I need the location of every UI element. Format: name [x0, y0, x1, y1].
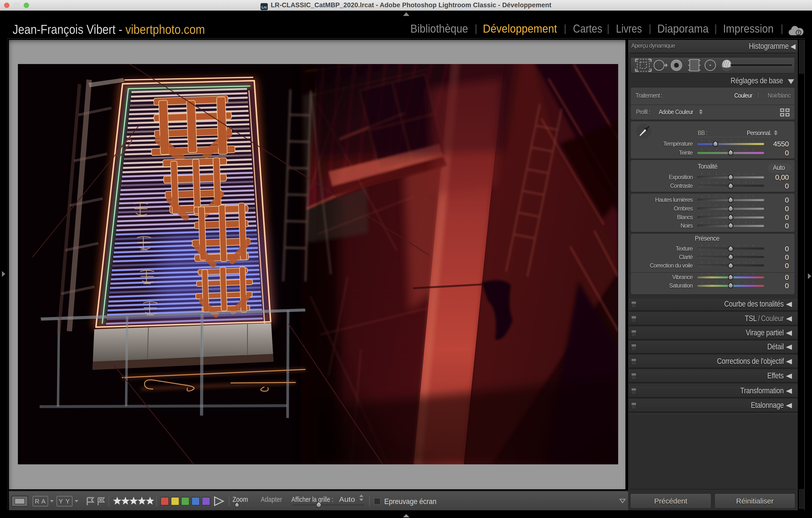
svg-text:Y: Y [59, 498, 63, 505]
svg-text:Y: Y [65, 498, 69, 505]
svg-text:A: A [41, 498, 46, 505]
svg-text:Zoom: Zoom [232, 495, 248, 503]
svg-text:Epreuvage écran: Epreuvage écran [384, 497, 436, 506]
svg-text:Afficher la grille :: Afficher la grille : [291, 495, 333, 503]
svg-text:Adapter: Adapter [261, 495, 282, 503]
svg-text:Auto: Auto [339, 495, 355, 503]
svg-text:R: R [35, 498, 39, 505]
